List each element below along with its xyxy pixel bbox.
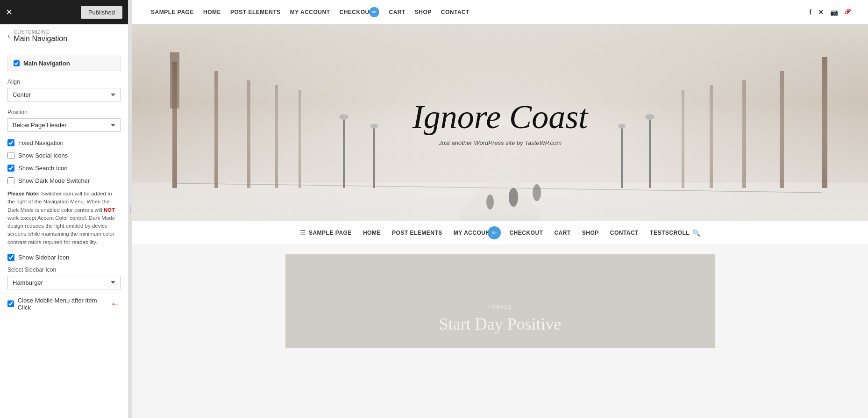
- sidebar-icon-field: Select Sidebar Icon Hamburger Menu Dots: [7, 267, 121, 289]
- show-social-checkbox[interactable]: [7, 152, 14, 159]
- content-area: TRAVEL Start Day Positive: [132, 245, 868, 418]
- hero-text: Ignore Coast Just another WordPress site…: [413, 99, 588, 146]
- second-nav-post-elements[interactable]: POST ELEMENTS: [392, 230, 442, 236]
- checkbox-show-social: Show Social Icons: [7, 152, 121, 159]
- sidebar-header: ‹ Customizing Main Navigation: [0, 24, 128, 48]
- top-nav-shop[interactable]: SHOP: [415, 9, 432, 15]
- checkbox-close-mobile: Close Mobile Menu after Item Click ←: [7, 297, 121, 311]
- second-nav-sample-page[interactable]: SAMPLE PAGE: [309, 230, 352, 236]
- svg-point-23: [618, 124, 626, 129]
- svg-rect-16: [343, 118, 345, 188]
- top-nav-social: f ✕ 📷 𝒫: [809, 8, 849, 16]
- top-nav-links: SAMPLE PAGE HOME POST ELEMENTS MY ACCOUN…: [151, 9, 470, 15]
- facebook-icon[interactable]: f: [809, 8, 811, 16]
- svg-rect-20: [649, 118, 651, 188]
- checkbox-show-dark: Show Dark Mode Switcher: [7, 177, 121, 184]
- top-nav-home[interactable]: HOME: [203, 9, 221, 15]
- main-content: SAMPLE PAGE HOME POST ELEMENTS MY ACCOUN…: [132, 0, 868, 418]
- second-nav-cart[interactable]: CART: [554, 230, 570, 236]
- instagram-icon[interactable]: 📷: [830, 8, 838, 16]
- published-button[interactable]: Published: [81, 6, 122, 19]
- checkbox-show-sidebar: Show Sidebar Icon: [7, 254, 121, 261]
- hero-section: Ignore Coast Just another WordPress site…: [132, 24, 868, 221]
- sidebar-header-titles: Customizing Main Navigation: [14, 29, 67, 43]
- sidebar-content: Main Navigation Align Center Left Right …: [0, 48, 128, 418]
- checkbox-fixed-nav: Fixed Navigation: [7, 139, 121, 146]
- fixed-nav-checkbox[interactable]: [7, 139, 14, 146]
- card-category: TRAVEL: [488, 304, 513, 310]
- top-nav-my-account[interactable]: MY ACCOUNT: [290, 9, 330, 15]
- sidebar-top-bar: ✕ Published: [0, 0, 128, 24]
- svg-point-19: [370, 124, 378, 129]
- align-select[interactable]: Center Left Right: [7, 88, 121, 101]
- hero-subtitle: Just another WordPress site by TasteWP.c…: [413, 139, 588, 146]
- twitter-icon[interactable]: ✕: [818, 8, 824, 16]
- panel-section-checkbox[interactable]: [14, 60, 20, 66]
- svg-rect-18: [373, 127, 375, 188]
- top-nav-sample-page[interactable]: SAMPLE PAGE: [151, 9, 194, 15]
- top-nav-contact[interactable]: CONTACT: [441, 9, 470, 15]
- pencil-icon-2: ✏: [492, 230, 497, 236]
- pencil-icon: ✏: [372, 9, 377, 15]
- second-nav-contact[interactable]: CONTACT: [610, 230, 639, 236]
- align-field: Align Center Left Right: [7, 79, 121, 101]
- hero-title: Ignore Coast: [413, 99, 588, 136]
- second-nav-testscroll-wrapper: TESTSCROLL 🔍: [650, 229, 700, 237]
- customizing-breadcrumb: Customizing: [14, 29, 67, 35]
- section-title: Main Navigation: [14, 35, 67, 43]
- red-arrow-indicator: ←: [110, 298, 121, 310]
- show-dark-checkbox[interactable]: [7, 177, 14, 184]
- search-icon[interactable]: 🔍: [692, 229, 700, 237]
- svg-point-25: [533, 184, 541, 201]
- close-button[interactable]: ✕: [6, 8, 13, 16]
- top-nav: SAMPLE PAGE HOME POST ELEMENTS MY ACCOUN…: [132, 0, 868, 24]
- second-nav-testscroll[interactable]: TESTSCROLL: [650, 230, 690, 236]
- pinterest-icon[interactable]: 𝒫: [845, 8, 849, 16]
- second-nav-shop[interactable]: SHOP: [582, 230, 599, 236]
- resize-dots: [130, 206, 131, 213]
- panel-section-main-nav: Main Navigation: [7, 56, 121, 71]
- fixed-nav-label: Fixed Navigation: [18, 139, 64, 146]
- sidebar-icon-label: Select Sidebar Icon: [7, 267, 121, 273]
- hamburger-icon: ☰: [300, 229, 306, 237]
- svg-point-17: [339, 114, 349, 120]
- position-field: Position Below Page Header Above Page He…: [7, 109, 121, 132]
- svg-point-26: [486, 195, 494, 209]
- second-nav: ☰ SAMPLE PAGE HOME POST ELEMENTS MY ACCO…: [132, 221, 868, 245]
- note-text: Please Note: Switcher icon will be added…: [7, 190, 121, 246]
- second-nav-sample-wrapper: ☰ SAMPLE PAGE: [300, 229, 352, 237]
- back-button[interactable]: ‹: [7, 32, 10, 40]
- show-search-checkbox[interactable]: [7, 165, 14, 172]
- svg-point-24: [509, 188, 518, 207]
- close-mobile-label: Close Mobile Menu after Item Click: [18, 297, 105, 311]
- show-dark-label: Show Dark Mode Switcher: [18, 177, 90, 184]
- top-nav-post-elements[interactable]: POST ELEMENTS: [230, 9, 281, 15]
- card-title: Start Day Positive: [439, 314, 562, 334]
- second-nav-home[interactable]: HOME: [363, 230, 381, 236]
- second-nav-myaccount-wrapper: MY ACCOUNT ✏: [454, 230, 494, 236]
- top-nav-checkout[interactable]: CHECKOUT: [339, 9, 373, 15]
- show-social-label: Show Social Icons: [18, 152, 68, 159]
- featured-card: TRAVEL Start Day Positive: [285, 254, 715, 348]
- edit-pencil-checkout[interactable]: ✏: [369, 7, 379, 17]
- position-select[interactable]: Below Page Header Above Page Header: [7, 118, 121, 132]
- show-sidebar-label: Show Sidebar Icon: [18, 254, 69, 261]
- top-nav-cart[interactable]: CART: [389, 9, 405, 15]
- show-search-label: Show Search Icon: [18, 165, 68, 172]
- sidebar-icon-select[interactable]: Hamburger Menu Dots: [7, 276, 121, 289]
- note-box: Please Note: Switcher icon will be added…: [7, 190, 121, 246]
- edit-dot-my-account[interactable]: ✏: [488, 226, 501, 239]
- align-label: Align: [7, 79, 121, 85]
- second-nav-checkout[interactable]: CHECKOUT: [509, 230, 543, 236]
- svg-point-21: [645, 114, 655, 120]
- svg-rect-22: [621, 127, 623, 188]
- resize-handle[interactable]: [128, 0, 132, 418]
- panel-section-label: Main Navigation: [23, 60, 70, 67]
- close-mobile-checkbox[interactable]: [7, 300, 14, 307]
- customizer-sidebar: ✕ Published ‹ Customizing Main Navigatio…: [0, 0, 128, 418]
- position-label: Position: [7, 109, 121, 115]
- checkbox-show-search: Show Search Icon: [7, 165, 121, 172]
- show-sidebar-checkbox[interactable]: [7, 254, 14, 261]
